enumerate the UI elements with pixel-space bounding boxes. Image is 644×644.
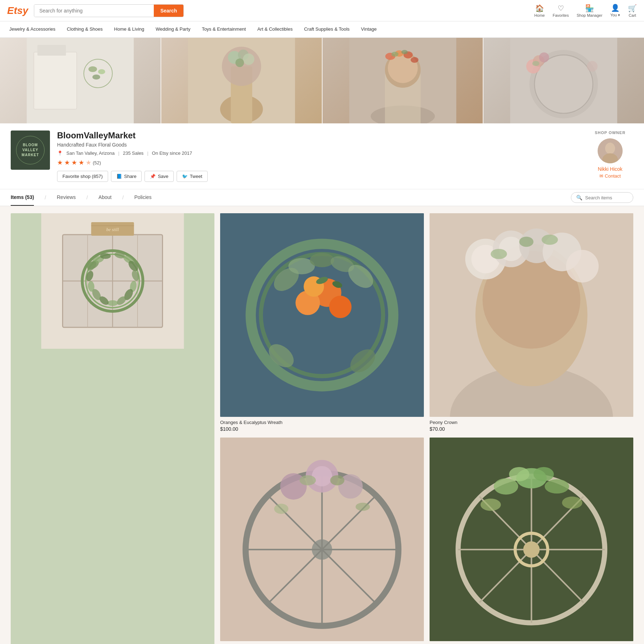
svg-point-91: [491, 249, 507, 259]
succulent-bicycle-image[interactable]: [430, 438, 633, 641]
svg-point-120: [545, 479, 569, 494]
share-button[interactable]: 📘 Share: [111, 171, 142, 182]
search-items-box: 🔍: [571, 192, 633, 203]
hero-image-1: [0, 38, 161, 123]
tab-items[interactable]: Items (53): [11, 189, 34, 206]
svg-point-119: [494, 478, 518, 495]
svg-point-124: [523, 541, 540, 558]
product-peony-crown: Peony Crown $70.00: [430, 213, 633, 432]
cat-wedding[interactable]: Wedding & Party: [150, 21, 196, 37]
star-2: ★: [64, 159, 70, 167]
nav-you-label: You ▾: [610, 13, 620, 17]
oranges-wreath-price: $100.00: [220, 426, 424, 432]
tab-reviews[interactable]: Reviews: [57, 189, 76, 206]
star-3: ★: [71, 159, 77, 167]
svg-point-102: [312, 466, 332, 486]
pin-icon: 📍: [57, 150, 63, 156]
cat-craft[interactable]: Craft Supplies & Tools: [298, 21, 355, 37]
shop-sales: 235 Sales: [123, 150, 144, 156]
svg-point-14: [235, 58, 244, 67]
cat-jewelry[interactable]: Jewelry & Accessories: [4, 21, 61, 37]
shop-tabs: Items (53) / Reviews / About / Policies …: [0, 189, 644, 206]
svg-rect-1: [34, 52, 77, 109]
bicycle-wreath-image[interactable]: [220, 438, 424, 641]
products-grid: be still Succulent Greens Wreath $100.00: [11, 213, 633, 644]
category-nav: Jewelry & Accessories Clothing & Shoes H…: [0, 21, 644, 38]
svg-point-117: [509, 467, 529, 481]
svg-point-69: [310, 253, 334, 267]
nav-home[interactable]: 🏠 Home: [534, 4, 545, 17]
save-button[interactable]: 📌 Save: [144, 171, 174, 182]
shop-logo-inner: BLOOM VALLEY MARKET: [19, 143, 42, 158]
nav-favorites[interactable]: ♡ Favorites: [553, 4, 569, 17]
hero-banner: [0, 38, 644, 123]
svg-text:be still: be still: [106, 227, 119, 232]
shop-actions: Favorite shop (857) 📘 Share 📌 Save 🐦 Twe…: [57, 171, 580, 182]
search-input[interactable]: [34, 5, 154, 17]
product-succulent-bicycle: Succulent Bicycle Wreath $120.00: [430, 438, 633, 644]
owner-name[interactable]: Nikki Hicok: [587, 166, 633, 172]
tab-divider-3: /: [122, 195, 124, 200]
tab-divider-1: /: [45, 195, 46, 200]
succulent-bicycle-svg: [430, 438, 633, 641]
search-button[interactable]: Search: [154, 5, 183, 17]
search-items-input[interactable]: [585, 195, 628, 200]
cat-home[interactable]: Home & Living: [108, 21, 150, 37]
home-icon: 🏠: [535, 4, 544, 12]
hero-image-3: [323, 38, 483, 123]
peony-crown-title: Peony Crown: [430, 420, 633, 425]
cat-vintage[interactable]: Vintage: [355, 21, 382, 37]
products-section: be still Succulent Greens Wreath $100.00: [0, 206, 644, 644]
shop-owner-label: SHOP OWNER: [587, 131, 633, 135]
svg-point-92: [519, 237, 533, 247]
svg-point-93: [542, 235, 558, 245]
svg-rect-2: [37, 45, 66, 56]
twitter-icon: 🐦: [182, 174, 188, 179]
shop-logo-text-line1: BLOOM VALLEY: [19, 143, 42, 153]
svg-point-55: [107, 300, 118, 306]
shop-logo: BLOOM VALLEY MARKET: [11, 131, 50, 170]
tab-divider-2: /: [86, 195, 88, 200]
shop-tagline: Handcrafted Faux Floral Goods: [57, 142, 580, 148]
tab-about[interactable]: About: [98, 189, 112, 206]
svg-point-108: [356, 503, 370, 511]
favorite-shop-button[interactable]: Favorite shop (857): [57, 171, 108, 182]
nav-shop-manager[interactable]: 🏪 Shop Manager: [577, 4, 602, 17]
cat-art[interactable]: Art & Collectibles: [252, 21, 298, 37]
svg-point-35: [605, 143, 615, 154]
svg-point-90: [566, 250, 599, 282]
etsy-logo[interactable]: Etsy: [7, 5, 28, 16]
message-icon: ✉: [599, 173, 603, 179]
cat-clothing[interactable]: Clothing & Shoes: [61, 21, 108, 37]
cat-toys[interactable]: Toys & Entertainment: [196, 21, 252, 37]
tweet-button[interactable]: 🐦 Tweet: [177, 171, 208, 182]
meta-sep-2: |: [147, 150, 148, 156]
header: Etsy Search 🏠 Home ♡ Favorites 🏪 Shop Ma…: [0, 0, 644, 21]
svg-point-105: [300, 475, 316, 486]
shop-since: On Etsy since 2017: [152, 150, 192, 156]
tab-policies[interactable]: Policies: [135, 189, 152, 206]
nav-cart[interactable]: 🛒 Cart: [628, 4, 637, 17]
hero-panel-1: [0, 38, 161, 123]
pinterest-icon: 📌: [150, 174, 156, 179]
svg-point-31: [539, 52, 549, 62]
shop-logo-circle: BLOOM VALLEY MARKET: [16, 136, 45, 164]
owner-contact[interactable]: ✉ Contact: [587, 173, 633, 179]
star-4: ★: [78, 159, 84, 167]
nav-cart-label: Cart: [629, 13, 636, 17]
peony-crown-image[interactable]: [430, 213, 633, 417]
peony-crown-svg: [430, 213, 633, 417]
shop-icon: 🏪: [585, 4, 594, 12]
svg-point-6: [92, 75, 100, 80]
nav-you[interactable]: 👤 You ▾: [610, 4, 620, 17]
svg-point-24: [391, 52, 398, 57]
featured-svg: be still: [11, 213, 214, 349]
product-oranges-wreath: Oranges & Eucalyptus Wreath $100.00: [220, 213, 424, 432]
product-featured: be still Succulent Greens Wreath $100.00: [11, 213, 214, 644]
user-icon: 👤: [611, 4, 620, 12]
search-bar: Search: [34, 4, 184, 17]
featured-product-image[interactable]: be still: [11, 213, 214, 644]
peony-crown-price: $70.00: [430, 426, 633, 432]
header-nav: 🏠 Home ♡ Favorites 🏪 Shop Manager 👤 You …: [534, 4, 637, 17]
oranges-wreath-image[interactable]: [220, 213, 424, 417]
